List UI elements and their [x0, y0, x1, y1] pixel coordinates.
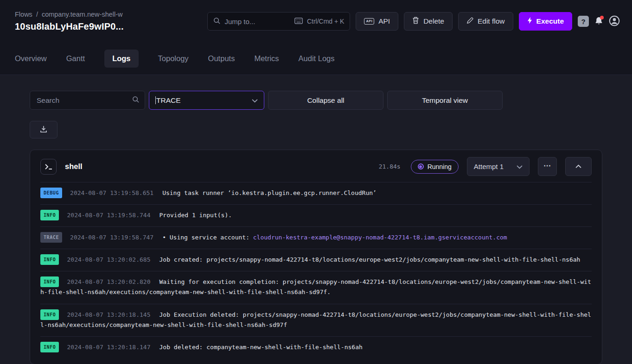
- log-level-filter-value: TRACE: [156, 96, 181, 105]
- log-timestamp: 2024-08-07 13:19:58.651: [70, 189, 153, 196]
- task-name: shell: [65, 162, 83, 171]
- log-timestamp: 2024-08-07 13:19:58.747: [70, 234, 153, 241]
- breadcrumb: Flows / company.team.new-shell-w: [15, 11, 124, 18]
- tab-outputs[interactable]: Outputs: [208, 50, 235, 68]
- logs-page: TRACE Collapse all Temporal view shell 2…: [0, 75, 632, 364]
- search-icon: [132, 96, 139, 105]
- log-message: Using task runner ‘io.kestra.plugin.ee.g…: [162, 189, 377, 196]
- breadcrumb-namespace[interactable]: company.team.new-shell-w: [42, 11, 123, 18]
- task-duration: 21.84s: [379, 163, 401, 170]
- log-row[interactable]: INFO2024-08-07 13:20:18.147Job deleted: …: [40, 337, 592, 358]
- breadcrumb-separator: /: [36, 11, 38, 18]
- log-level-badge: TRACE: [40, 232, 62, 243]
- header-actions: Jump to... Ctrl/Cmd + K API API Delete E…: [207, 12, 620, 31]
- log-row[interactable]: TRACE2024-08-07 13:19:58.747• Using serv…: [40, 227, 592, 249]
- help-icon: ?: [578, 16, 589, 27]
- status-label: Running: [428, 163, 452, 170]
- more-icon: ⋯: [543, 161, 551, 170]
- log-timestamp: 2024-08-07 13:20:02.685: [67, 256, 150, 263]
- log-timestamp: 2024-08-07 13:20:18.145: [67, 311, 150, 318]
- log-level-badge: DEBUG: [40, 188, 62, 198]
- attempt-select-value: Attempt 1: [474, 163, 504, 170]
- log-message: Job deleted: companyteam-new-shell-with-…: [160, 344, 363, 351]
- attempt-select[interactable]: Attempt 1: [467, 157, 530, 176]
- user-avatar[interactable]: [609, 15, 620, 28]
- temporal-view-button[interactable]: Temporal view: [387, 91, 503, 110]
- notification-dot: [600, 16, 604, 19]
- log-level-badge: INFO: [40, 276, 59, 287]
- log-row[interactable]: INFO2024-08-07 13:19:58.744Provided 1 in…: [40, 205, 592, 227]
- log-level-badge: INFO: [40, 210, 59, 220]
- search-icon: [213, 17, 220, 25]
- log-level-filter[interactable]: TRACE: [149, 91, 264, 110]
- log-message: Provided 1 input(s).: [160, 212, 232, 219]
- tab-overview[interactable]: Overview: [15, 50, 47, 68]
- header-title-block: Flows / company.team.new-shell-w 10su8Ia…: [15, 11, 124, 32]
- log-timestamp: 2024-08-07 13:20:02.820: [67, 278, 150, 285]
- chevron-up-icon: [575, 163, 581, 170]
- log-row[interactable]: INFO2024-08-07 13:20:02.820Waiting for e…: [40, 271, 592, 304]
- task-log-card: shell 21.84s Running Attempt 1 ⋯: [30, 150, 602, 364]
- api-button-label: API: [378, 17, 390, 25]
- more-options-button[interactable]: ⋯: [538, 157, 557, 176]
- app-header: Flows / company.team.new-shell-w 10su8Ia…: [0, 0, 632, 43]
- execute-button[interactable]: Execute: [519, 12, 572, 31]
- jump-to-placeholder: Jump to...: [224, 18, 255, 25]
- collapse-all-button[interactable]: Collapse all: [268, 91, 383, 110]
- help-button[interactable]: ?: [578, 16, 589, 27]
- trash-icon: [412, 17, 419, 26]
- tab-bar: OverviewGanttLogsTopologyOutputsMetricsA…: [0, 43, 632, 75]
- delete-button[interactable]: Delete: [404, 12, 453, 31]
- running-spinner-icon: [418, 163, 424, 169]
- log-rows: DEBUG2024-08-07 13:19:58.651Using task r…: [40, 182, 592, 358]
- status-badge[interactable]: Running: [411, 160, 459, 174]
- download-logs-button[interactable]: [30, 121, 57, 138]
- log-message: Job created: projects/snappy-nomad-42271…: [160, 256, 581, 263]
- lightning-icon: [527, 17, 532, 26]
- log-search[interactable]: [30, 91, 145, 110]
- tab-gantt[interactable]: Gantt: [66, 50, 85, 68]
- log-message: • Using service account:: [162, 234, 253, 241]
- avatar-icon: [609, 15, 620, 28]
- api-button[interactable]: API API: [356, 12, 398, 31]
- log-level-badge: INFO: [40, 254, 59, 265]
- logs-toolbar: TRACE Collapse all Temporal view: [30, 91, 602, 110]
- log-level-badge: INFO: [40, 309, 59, 320]
- tab-audit-logs[interactable]: Audit Logs: [299, 50, 335, 68]
- keyboard-icon: [294, 18, 303, 25]
- log-timestamp: 2024-08-07 13:20:18.147: [67, 344, 150, 351]
- search-input[interactable]: [36, 96, 128, 105]
- tab-topology[interactable]: Topology: [158, 50, 189, 68]
- terminal-icon: [40, 159, 57, 175]
- edit-flow-button[interactable]: Edit flow: [458, 12, 513, 31]
- chevron-down-icon: [517, 163, 523, 170]
- jump-to-search[interactable]: Jump to... Ctrl/Cmd + K: [207, 12, 350, 31]
- chevron-down-icon: [252, 96, 258, 105]
- notifications-button[interactable]: [594, 16, 603, 27]
- delete-button-label: Delete: [423, 17, 444, 25]
- api-icon: API: [364, 18, 374, 25]
- log-level-badge: INFO: [40, 342, 59, 352]
- jump-to-shortcut: Ctrl/Cmd + K: [307, 18, 345, 25]
- tab-metrics[interactable]: Metrics: [254, 50, 279, 68]
- breadcrumb-flows[interactable]: Flows: [15, 11, 32, 18]
- collapse-task-button[interactable]: [565, 157, 592, 176]
- log-timestamp: 2024-08-07 13:19:58.744: [67, 212, 150, 219]
- log-row[interactable]: INFO2024-08-07 13:20:18.145Job Execution…: [40, 304, 592, 337]
- text-cursor: [155, 96, 156, 104]
- log-link[interactable]: cloudrun-kestra-example@snappy-nomad-422…: [253, 234, 507, 241]
- download-icon: [40, 126, 47, 134]
- log-row[interactable]: DEBUG2024-08-07 13:19:58.651Using task r…: [40, 182, 592, 205]
- edit-flow-button-label: Edit flow: [478, 17, 505, 25]
- log-row[interactable]: INFO2024-08-07 13:20:02.685Job created: …: [40, 249, 592, 271]
- execute-button-label: Execute: [536, 17, 564, 25]
- pencil-icon: [466, 17, 473, 26]
- page-title: 10su8IabLyHaFe9wIP0...: [15, 21, 124, 32]
- task-log-header: shell 21.84s Running Attempt 1 ⋯: [40, 150, 592, 182]
- tab-logs[interactable]: Logs: [104, 50, 138, 68]
